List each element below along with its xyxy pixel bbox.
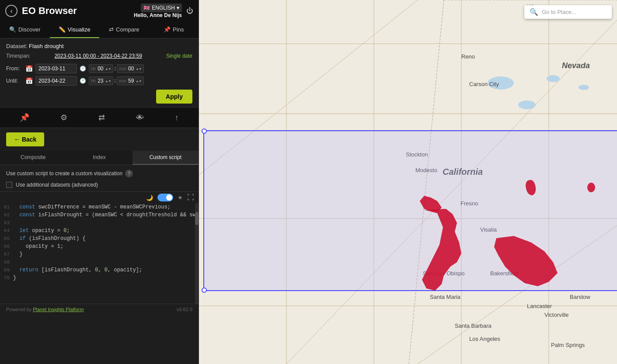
from-time-group: hh 00 ▲▼ : mm 00 ▲▼ xyxy=(89,64,144,73)
map-label-modesto: Modesto xyxy=(415,167,437,173)
tab-visualize[interactable]: ✏️ Visualize xyxy=(50,22,100,38)
map-label-lancaster: Lancaster xyxy=(527,303,552,309)
vis-tab-composite[interactable]: Composite xyxy=(0,151,66,165)
until-mm-value: 59 xyxy=(128,78,134,84)
code-toolbar: 🌙 ☀ ⛶ xyxy=(0,191,199,203)
from-hh-value: 00 xyxy=(98,66,103,72)
code-lines-container: 61 const swcDifference = meanSWC - meanS… xyxy=(0,203,199,282)
discover-icon: 🔍 xyxy=(9,26,16,33)
calendar-from-icon[interactable]: 📅 xyxy=(25,65,33,72)
compare-icon: ⇄ xyxy=(109,26,114,33)
additional-datasets-label: Use additional datasets (advanced) xyxy=(16,182,98,188)
help-icon[interactable]: ? xyxy=(125,170,133,177)
map-label-santabarbara: Santa Barbara xyxy=(455,322,492,329)
map-label-barstow: Barstow xyxy=(570,294,590,300)
custom-script-info-text: Use custom script to create a custom vis… xyxy=(6,170,122,177)
map-label-reno: Reno xyxy=(461,53,475,60)
planet-insights-link[interactable]: Planet Insights Platform xyxy=(33,307,84,312)
from-mm-box[interactable]: mm 00 ▲▼ xyxy=(117,64,144,73)
until-mm-spinner[interactable]: ▲▼ xyxy=(136,80,142,83)
app-header: ‹ EO Browser 🇬🇧 ENGLISH ▾ Hello, Anne De… xyxy=(0,0,199,22)
code-line: 61 const swcDifference = meanSWC - meanS… xyxy=(0,203,199,211)
until-hh-spinner[interactable]: ▲▼ xyxy=(105,80,111,83)
from-date-row: From: 📅 🕐 hh 00 ▲▼ : mm 00 ▲▼ xyxy=(0,62,199,75)
map-label-california: California xyxy=(443,167,483,177)
code-editor[interactable]: 61 const swcDifference = meanSWC - meanS… xyxy=(0,203,199,304)
fullscreen-icon[interactable]: ⛶ xyxy=(187,194,194,201)
until-mm-box[interactable]: mm 59 ▲▼ xyxy=(117,76,144,85)
user-greeting: Hello, Anne De Nijs xyxy=(134,12,182,18)
from-date-input[interactable] xyxy=(35,64,77,73)
language-label: ENGLISH xyxy=(152,5,175,11)
map-label-fresno: Fresno xyxy=(460,200,478,207)
code-line: 63 xyxy=(0,219,199,227)
additional-datasets-checkbox[interactable] xyxy=(6,182,12,188)
map-search-bar[interactable]: 🔍 Go to Place... xyxy=(524,5,612,19)
custom-script-info: Use custom script to create a custom vis… xyxy=(0,165,199,180)
pins-icon: 📌 xyxy=(164,26,171,33)
header-right: 🇬🇧 ENGLISH ▾ Hello, Anne De Nijs ⏻ xyxy=(134,3,193,18)
search-placeholder: Go to Place... xyxy=(542,9,576,15)
tab-discover[interactable]: 🔍 Discover xyxy=(0,22,50,38)
map-label-losangeles: Los Angeles xyxy=(469,336,500,342)
vis-tab-index[interactable]: Index xyxy=(66,151,132,165)
timespan-dates[interactable]: 2023-03-11 00:00 - 2023-04-22 23:59 xyxy=(55,53,142,59)
until-time-group: hh 23 ▲▼ : mm 59 ▲▼ xyxy=(89,76,144,85)
clock-from-icon[interactable]: 🕐 xyxy=(80,66,86,72)
toolbar-row: 📌 ⚙ ⇄ 👁 ↑ xyxy=(0,107,199,128)
map-label-nevada: Nevada xyxy=(562,61,590,70)
back-button[interactable]: ← Back xyxy=(6,132,44,146)
tab-compare[interactable]: ⇄ Compare xyxy=(99,22,149,38)
code-line: 62 const isFlashDrought = (meanSWC < dro… xyxy=(0,211,199,219)
from-mm-spinner[interactable]: ▲▼ xyxy=(136,67,142,70)
moon-icon: 🌙 xyxy=(146,194,153,201)
code-line: 64 let opacity = 0; xyxy=(0,227,199,235)
tab-pins[interactable]: 📌 Pins xyxy=(149,22,199,38)
from-hh-box[interactable]: hh 00 ▲▼ xyxy=(89,64,113,73)
until-hh-value: 23 xyxy=(98,78,103,84)
nav-tabs: 🔍 Discover ✏️ Visualize ⇄ Compare 📌 Pins xyxy=(0,22,199,38)
language-selector[interactable]: 🇬🇧 ENGLISH ▾ xyxy=(141,3,182,12)
eye-off-toolbar-icon[interactable]: 👁 xyxy=(134,111,146,124)
sidebar: ‹ EO Browser 🇬🇧 ENGLISH ▾ Hello, Anne De… xyxy=(0,0,199,364)
scrollbar-thumb[interactable] xyxy=(195,212,199,225)
map-label-bakersfield: Bakersfield xyxy=(490,270,518,277)
version-label: v3.62.0 xyxy=(177,307,192,312)
code-line: 66 opacity = 1; xyxy=(0,243,199,250)
vis-tab-custom-script[interactable]: Custom script xyxy=(132,151,199,165)
single-date-button[interactable]: Single date xyxy=(166,53,192,59)
map-label-santamaria: Santa Maria xyxy=(430,294,460,300)
map-label-palmsprings: Palm Springs xyxy=(551,342,585,348)
collapse-button[interactable]: ‹ xyxy=(5,5,17,17)
map-label-victorville: Victorville xyxy=(544,312,568,318)
swap-toolbar-icon[interactable]: ⇄ xyxy=(97,111,107,124)
clock-until-icon[interactable]: 🕐 xyxy=(80,78,86,84)
pin-toolbar-icon[interactable]: 📌 xyxy=(18,111,31,124)
from-hh-spinner[interactable]: ▲▼ xyxy=(105,67,111,70)
chevron-down-icon: ▾ xyxy=(177,5,179,11)
from-mm-value: 00 xyxy=(128,66,134,72)
code-line: 65 if (isFlashDrought) { xyxy=(0,235,199,243)
until-date-input[interactable] xyxy=(35,76,77,86)
vis-tabs: Composite Index Custom script xyxy=(0,151,199,165)
visualize-icon: ✏️ xyxy=(59,26,66,33)
until-hh-box[interactable]: hh 23 ▲▼ xyxy=(89,76,113,85)
settings-toolbar-icon[interactable]: ⚙ xyxy=(59,111,69,124)
apply-row: Apply xyxy=(0,87,199,107)
share-toolbar-icon[interactable]: ↑ xyxy=(173,111,181,124)
additional-datasets-row: Use additional datasets (advanced) xyxy=(0,180,199,191)
drought-region-2 xyxy=(587,183,595,192)
dataset-name: Flash drought xyxy=(29,43,64,49)
map-label-sanluisobispo: San Luis Obispo xyxy=(423,270,464,277)
calendar-until-icon[interactable]: 📅 xyxy=(25,77,33,84)
footer-text: Powered by Planet Insights Platform xyxy=(6,307,84,312)
scrollbar-track[interactable] xyxy=(195,203,199,304)
app-title: EO Browser xyxy=(22,5,77,17)
map-area[interactable]: .road { stroke: #c8b89a; stroke-width: 1… xyxy=(199,0,617,364)
map-label-carson-city: Carson City xyxy=(469,81,499,87)
theme-toggle[interactable] xyxy=(157,194,173,201)
code-line: 70} xyxy=(0,274,199,282)
map-label-stockton: Stockton xyxy=(406,151,428,158)
power-icon[interactable]: ⏻ xyxy=(186,7,193,15)
apply-button[interactable]: Apply xyxy=(156,90,192,104)
